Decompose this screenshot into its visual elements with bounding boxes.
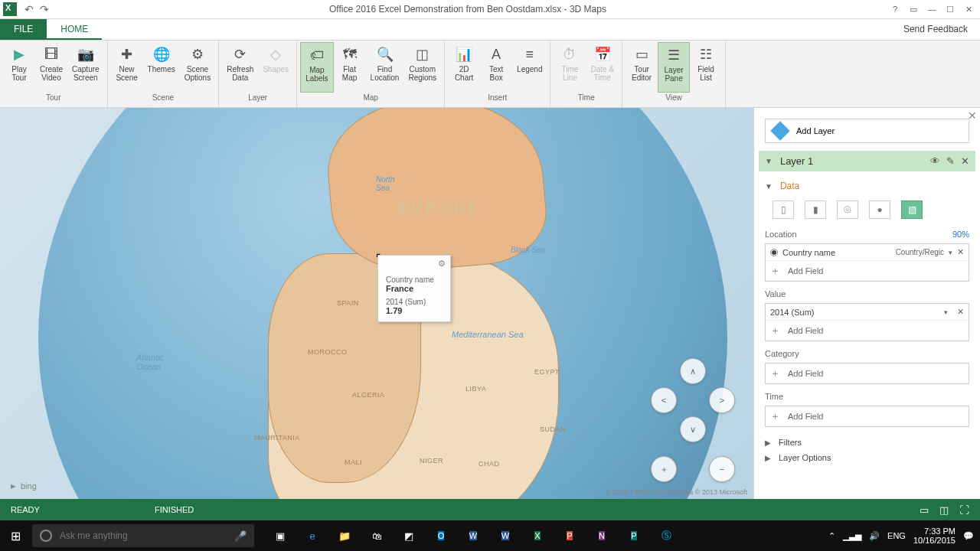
chevron-down-icon[interactable]: ▼ [765, 157, 773, 165]
sea-label: Mediterranean Sea [452, 330, 524, 339]
scene-options-button[interactable]: ⚙SceneOptions [180, 42, 215, 93]
outlook-icon[interactable]: O [426, 520, 456, 551]
word-icon[interactable]: W [458, 520, 488, 551]
play-tour-button[interactable]: ▶PlayTour [3, 42, 35, 93]
add-time-field[interactable]: ＋Add Field [766, 406, 969, 426]
file-explorer-icon[interactable]: 📁 [329, 520, 360, 551]
view-max-icon[interactable]: ⛶ [959, 504, 969, 516]
tour-editor-button[interactable]: ▭TourEditor [626, 42, 658, 93]
close-icon[interactable]: ✕ [960, 2, 977, 16]
status-ready: READY [11, 505, 40, 514]
add-category-field[interactable]: ＋Add Field [766, 364, 969, 383]
edge-icon[interactable]: e [297, 520, 328, 551]
map-canvas[interactable]: AtlanticOcean NorthSea Black Sea Mediter… [0, 108, 753, 499]
view-page-icon[interactable]: ◫ [939, 504, 949, 516]
language-indicator[interactable]: ENG [887, 531, 906, 540]
confidence-pct[interactable]: 90% [952, 230, 969, 239]
nav-up-button[interactable]: ∧ [680, 358, 706, 384]
viz-heatmap[interactable]: ● [869, 201, 890, 219]
microphone-icon[interactable]: 🎤 [234, 530, 247, 542]
add-location-field[interactable]: ＋Add Field [766, 261, 969, 281]
excel-icon[interactable]: X [522, 520, 553, 551]
volume-icon[interactable]: 🔊 [869, 531, 880, 541]
new-scene-button[interactable]: ✚NewScene [111, 42, 143, 93]
continent-label: EUROPE [398, 200, 481, 217]
nav-left-button[interactable]: < [651, 387, 677, 413]
country-label: MOROCCO [308, 348, 348, 356]
redo-icon[interactable]: ↷ [40, 3, 49, 15]
find-location-button[interactable]: 🔍FindLocation [366, 42, 404, 93]
network-icon[interactable]: ▁▃▅ [843, 531, 861, 541]
remove-field-icon[interactable]: ✕ [957, 307, 964, 317]
2d-chart-button[interactable]: 📊2DChart [448, 42, 480, 93]
radio-icon[interactable] [770, 249, 778, 256]
flat-map-button[interactable]: 🗺FlatMap [334, 42, 366, 93]
shapes-button[interactable]: ◇Shapes [258, 42, 293, 93]
task-view-icon[interactable]: ▣ [265, 520, 296, 551]
viz-stacked-column[interactable]: ▯ [773, 201, 794, 219]
text-box-button[interactable]: ATextBox [480, 42, 512, 93]
themes-button[interactable]: 🌐Themes [143, 42, 180, 93]
app1-icon[interactable]: ◩ [394, 520, 424, 551]
undo-icon[interactable]: ↶ [24, 3, 34, 15]
notifications-icon[interactable]: 💬 [963, 531, 974, 541]
delete-icon[interactable]: ✕ [961, 155, 969, 167]
cortana-search[interactable]: 🎤 [32, 524, 254, 547]
visibility-icon[interactable]: 👁 [930, 155, 940, 167]
group-tour: Tour [3, 93, 104, 103]
window-title: Office 2016 Excel Demonstration from Ben… [49, 4, 887, 15]
powerpoint-icon[interactable]: P [554, 520, 585, 551]
zoom-in-button[interactable]: ＋ [651, 456, 677, 482]
dropdown-icon[interactable]: ▾ [944, 308, 948, 316]
word2-icon[interactable]: W [490, 520, 521, 551]
data-section-header[interactable]: ▼ Data [765, 178, 969, 194]
nav-down-button[interactable]: ∨ [680, 416, 706, 442]
location-field-row[interactable]: Country name Country/Regic ▾ ✕ [766, 244, 969, 261]
country-label: CHAD [479, 460, 500, 468]
maximize-icon[interactable]: ☐ [942, 2, 959, 16]
viz-clustered-column[interactable]: ▮ [805, 201, 826, 219]
minimize-icon[interactable]: — [923, 2, 940, 16]
capture-screen-button[interactable]: 📷CaptureScreen [67, 42, 104, 93]
filters-section-header[interactable]: ▶ Filters [765, 435, 969, 450]
nav-right-button[interactable]: > [709, 387, 735, 413]
clock[interactable]: 7:33 PM 10/16/2015 [913, 527, 956, 545]
start-button[interactable]: ⊞ [0, 520, 31, 551]
publisher-icon[interactable]: P [619, 520, 649, 551]
field-list-button[interactable]: ☷FieldList [690, 42, 722, 93]
dropdown-icon[interactable]: ▾ [949, 249, 952, 256]
category-label: Category [765, 349, 799, 358]
value-field-row[interactable]: 2014 (Sum) ▾ ✕ [766, 304, 969, 321]
pane-close-icon[interactable]: ✕ [968, 109, 977, 122]
viz-bubble[interactable]: ⦾ [837, 201, 858, 219]
send-feedback-link[interactable]: Send Feedback [899, 19, 972, 40]
tab-home[interactable]: HOME [47, 19, 102, 40]
edit-icon[interactable]: ✎ [946, 155, 955, 167]
add-value-field[interactable]: ＋Add Field [766, 321, 969, 341]
layer-pane: ✕ Add Layer ▼ Layer 1 👁 ✎ ✕ ▼ Data ▯ ▮ ⦾ [753, 108, 980, 499]
layer-header[interactable]: ▼ Layer 1 👁 ✎ ✕ [759, 151, 975, 171]
remove-field-icon[interactable]: ✕ [957, 247, 964, 257]
tab-file[interactable]: FILE [0, 19, 47, 40]
country-label: EGYPT [534, 368, 560, 376]
window-up-icon[interactable]: ▭ [905, 2, 922, 16]
layer-options-section-header[interactable]: ▶ Layer Options [765, 450, 969, 465]
create-video-button[interactable]: 🎞CreateVideo [35, 42, 67, 93]
view-normal-icon[interactable]: ▭ [920, 504, 929, 516]
store-icon[interactable]: 🛍 [361, 520, 392, 551]
map-labels-button[interactable]: 🏷MapLabels [300, 42, 333, 93]
chevron-down-icon: ▼ [765, 182, 773, 191]
tooltip-gear-icon[interactable]: ⚙ [438, 259, 446, 269]
search-input[interactable] [60, 530, 227, 541]
refresh-data-button[interactable]: ⟳RefreshData [222, 42, 258, 93]
skype-icon[interactable]: Ⓢ [651, 520, 681, 551]
layer-pane-button[interactable]: ☰LayerPane [658, 42, 690, 93]
help-icon[interactable]: ? [887, 2, 903, 16]
custom-regions-button[interactable]: ◫CustomRegions [403, 42, 441, 93]
viz-region[interactable]: ▧ [901, 201, 923, 219]
zoom-out-button[interactable]: − [709, 456, 735, 482]
legend-button[interactable]: ≡Legend [512, 42, 547, 93]
onenote-icon[interactable]: N [586, 520, 617, 551]
add-layer-button[interactable]: Add Layer [765, 119, 969, 143]
tray-chevron-icon[interactable]: ⌃ [828, 531, 835, 541]
